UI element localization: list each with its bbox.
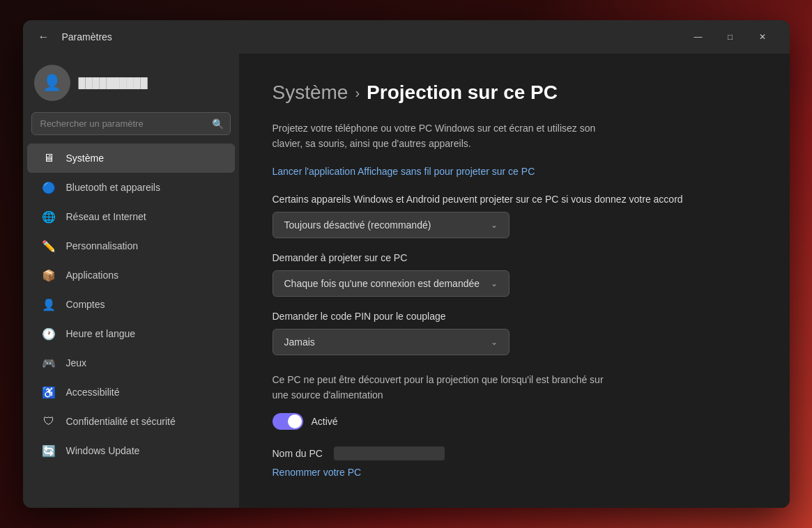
reseau-icon: 🌐	[41, 209, 56, 224]
sidebar-item-label: Accessibilité	[66, 387, 120, 398]
sidebar-item-accessibilite[interactable]: ♿ Accessibilité	[27, 378, 235, 407]
sidebar: 👤 ██████████ 🔍 🖥 Système 🔵 Bluetooth et …	[23, 54, 239, 508]
window-controls: — □ ✕	[682, 26, 779, 48]
dropdown2-arrow-icon: ⌄	[491, 279, 498, 288]
sidebar-item-label: Jeux	[66, 357, 87, 368]
minimize-button[interactable]: —	[682, 26, 714, 48]
sidebar-item-label: Système	[66, 153, 104, 164]
window-title: Paramètres	[62, 31, 112, 42]
accessibilite-icon: ♿	[41, 385, 56, 400]
dropdown-pin[interactable]: Jamais ⌄	[273, 329, 510, 355]
pc-name-label: Nom du PC	[273, 448, 323, 459]
dropdown2-value: Chaque fois qu'une connexion est demandé…	[284, 278, 480, 289]
avatar: 👤	[34, 65, 70, 101]
sidebar-item-label: Applications	[66, 270, 119, 281]
user-name: ██████████	[79, 77, 148, 88]
dropdown-connection-request[interactable]: Chaque fois qu'une connexion est demandé…	[273, 270, 510, 297]
pc-name-row: Nom du PC ████████	[273, 447, 756, 460]
confidentialite-icon: 🛡	[41, 414, 56, 429]
launch-wireless-link[interactable]: Lancer l'application Affichage sans fil …	[273, 166, 756, 177]
breadcrumb-separator: ›	[355, 85, 360, 101]
comptes-icon: 👤	[41, 297, 56, 312]
breadcrumb-current: Projection sur ce PC	[367, 81, 558, 104]
heure-icon: 🕐	[41, 326, 56, 341]
section1-label: Certains appareils Windows et Android pe…	[273, 194, 756, 205]
sidebar-item-label: Bluetooth et appareils	[66, 182, 160, 193]
sidebar-item-label: Confidentialité et sécurité	[66, 416, 176, 427]
sidebar-item-label: Heure et langue	[66, 328, 136, 339]
breadcrumb-parent: Système	[273, 81, 348, 104]
sidebar-item-label: Personnalisation	[66, 240, 139, 251]
rename-pc-link[interactable]: Renommer votre PC	[273, 467, 362, 478]
dropdown1-arrow-icon: ⌄	[491, 220, 498, 230]
back-button[interactable]: ←	[34, 27, 54, 47]
content-area: 👤 ██████████ 🔍 🖥 Système 🔵 Bluetooth et …	[23, 54, 790, 508]
power-section: Ce PC ne peut être découvert pour la pro…	[273, 372, 756, 430]
sidebar-item-systeme[interactable]: 🖥 Système	[27, 143, 235, 173]
sidebar-item-label: Windows Update	[66, 445, 140, 456]
bluetooth-icon: 🔵	[41, 180, 56, 195]
titlebar: ← Paramètres — □ ✕	[23, 20, 790, 54]
main-content: Système › Projection sur ce PC Projetez …	[239, 54, 790, 508]
sidebar-item-comptes[interactable]: 👤 Comptes	[27, 290, 235, 319]
sidebar-item-reseau[interactable]: 🌐 Réseau et Internet	[27, 202, 235, 231]
sidebar-item-applications[interactable]: 📦 Applications	[27, 261, 235, 290]
sidebar-item-label: Comptes	[66, 299, 105, 310]
dropdown3-value: Jamais	[284, 336, 315, 348]
jeux-icon: 🎮	[41, 355, 56, 371]
sidebar-item-personnalisation[interactable]: ✏️ Personnalisation	[27, 231, 235, 261]
section2-label: Demander à projeter sur ce PC	[273, 252, 756, 263]
power-toggle[interactable]	[273, 413, 303, 430]
section3-label: Demander le code PIN pour le couplage	[273, 311, 756, 322]
avatar-icon: 👤	[43, 74, 61, 92]
systeme-icon: 🖥	[41, 150, 56, 166]
page-description: Projetez votre téléphone ou votre PC Win…	[273, 121, 621, 152]
applications-icon: 📦	[41, 267, 56, 283]
toggle-label: Activé	[312, 416, 338, 427]
dropdown1-value: Toujours désactivé (recommandé)	[284, 219, 431, 231]
search-box: 🔍	[31, 112, 231, 135]
toggle-row: Activé	[273, 413, 756, 430]
sidebar-item-bluetooth[interactable]: 🔵 Bluetooth et appareils	[27, 173, 235, 202]
pc-name-value: ████████	[334, 447, 445, 460]
toggle-knob	[288, 414, 302, 428]
sidebar-item-label: Réseau et Internet	[66, 211, 146, 222]
breadcrumb: Système › Projection sur ce PC	[273, 81, 756, 104]
maximize-button[interactable]: □	[714, 26, 746, 48]
windows-update-icon: 🔄	[41, 443, 56, 458]
settings-window: ← Paramètres — □ ✕ 👤 ██████████ 🔍	[23, 20, 790, 508]
sidebar-item-jeux[interactable]: 🎮 Jeux	[27, 348, 235, 378]
power-note: Ce PC ne peut être découvert pour la pro…	[273, 372, 607, 403]
search-icon: 🔍	[212, 118, 224, 130]
sidebar-item-confidentialite[interactable]: 🛡 Confidentialité et sécurité	[27, 407, 235, 436]
dropdown-always-disabled[interactable]: Toujours désactivé (recommandé) ⌄	[273, 212, 510, 238]
sidebar-item-windows-update[interactable]: 🔄 Windows Update	[27, 436, 235, 465]
personnalisation-icon: ✏️	[41, 238, 56, 254]
sidebar-item-heure[interactable]: 🕐 Heure et langue	[27, 319, 235, 348]
search-input[interactable]	[31, 112, 231, 135]
close-button[interactable]: ✕	[746, 26, 779, 48]
dropdown3-arrow-icon: ⌄	[491, 337, 498, 347]
user-section: 👤 ██████████	[23, 65, 239, 112]
